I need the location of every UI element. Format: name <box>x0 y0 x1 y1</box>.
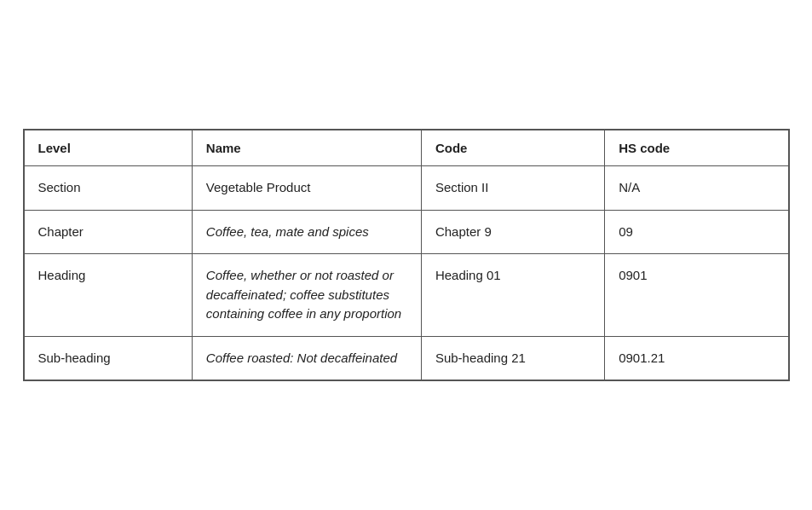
cell-hs-2: 0901 <box>605 254 788 337</box>
cell-code-1: Chapter 9 <box>421 210 604 254</box>
table-row: SectionVegetable ProductSection IIN/A <box>24 166 788 211</box>
header-code: Code <box>421 130 604 166</box>
header-level: Level <box>24 130 192 166</box>
cell-hs-0: N/A <box>605 166 788 211</box>
table-header-row: Level Name Code HS code <box>24 130 788 166</box>
table-row: Sub-headingCoffee roasted: Not decaffein… <box>24 336 788 380</box>
cell-name-0: Vegetable Product <box>192 166 421 211</box>
cell-code-2: Heading 01 <box>421 254 604 337</box>
header-name: Name <box>192 130 421 166</box>
table-row: HeadingCoffee, whether or not roasted or… <box>24 254 788 337</box>
cell-hs-3: 0901.21 <box>605 336 788 380</box>
cell-hs-1: 09 <box>605 210 788 254</box>
cell-name-2: Coffee, whether or not roasted or decaff… <box>192 254 421 337</box>
cell-name-1: Coffee, tea, mate and spices <box>192 210 421 254</box>
cell-level-0: Section <box>24 166 192 211</box>
header-hs: HS code <box>605 130 788 166</box>
cell-level-1: Chapter <box>24 210 192 254</box>
cell-code-3: Sub-heading 21 <box>421 336 604 380</box>
cell-level-3: Sub-heading <box>24 336 192 380</box>
cell-name-3: Coffee roasted: Not decaffeinated <box>192 336 421 380</box>
cell-code-0: Section II <box>421 166 604 211</box>
table-row: ChapterCoffee, tea, mate and spicesChapt… <box>24 210 788 254</box>
cell-level-2: Heading <box>24 254 192 337</box>
hs-classification-table: Level Name Code HS code SectionVegetable… <box>23 129 790 381</box>
